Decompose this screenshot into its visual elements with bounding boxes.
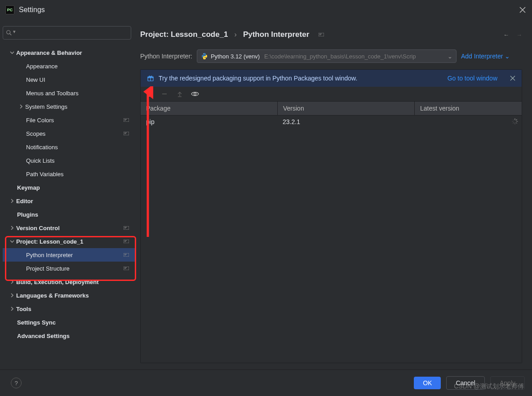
scope-marker-icon	[123, 226, 129, 230]
sidebar-item-label: Tools	[16, 306, 31, 312]
sidebar-item[interactable]: Settings Sync	[3, 316, 135, 329]
svg-rect-18	[124, 267, 127, 268]
cancel-button[interactable]: Cancel	[446, 376, 485, 390]
sidebar-item[interactable]: Project Structure	[3, 262, 135, 275]
interpreter-label: Python Interpreter:	[140, 53, 192, 60]
upgrade-package-icon	[176, 90, 184, 98]
sidebar-item-label: Appearance & Behavior	[16, 49, 82, 56]
svg-rect-4	[124, 120, 126, 120]
sidebar-item-label: Project Structure	[26, 265, 70, 272]
sidebar-item-label: Project: Lesson_code_1	[16, 238, 84, 245]
sidebar-item[interactable]: File Colors	[3, 113, 135, 127]
banner-close-icon[interactable]	[510, 76, 515, 81]
scope-marker-icon	[123, 266, 129, 271]
sidebar-item[interactable]: Python Interpreter	[3, 248, 135, 262]
sidebar-item[interactable]: Project: Lesson_code_1	[3, 235, 135, 248]
table-row[interactable]: pip23.2.1	[141, 116, 522, 128]
svg-point-24	[205, 58, 205, 59]
sidebar-item-label: Quick Lists	[26, 157, 55, 164]
help-icon[interactable]: ?	[11, 378, 22, 388]
sidebar-item-label: Advanced Settings	[17, 333, 70, 339]
svg-rect-7	[124, 133, 126, 134]
sidebar-item-label: File Colors	[26, 117, 54, 124]
sidebar-item[interactable]: Plugins	[3, 208, 135, 221]
cell-version: 23.2.1	[277, 118, 414, 125]
chevron-down-icon: ⌄	[505, 53, 510, 60]
scope-marker-icon	[318, 32, 324, 37]
svg-rect-22	[319, 35, 321, 35]
sidebar-item-label: Settings Sync	[17, 319, 56, 326]
nav-back-icon[interactable]: ←	[503, 31, 509, 38]
package-table-body[interactable]: pip23.2.1	[141, 116, 522, 363]
sidebar-item-label: Plugins	[17, 211, 38, 218]
sidebar-item-label: Languages & Frameworks	[16, 292, 89, 299]
banner-link[interactable]: Go to tool window	[448, 75, 497, 82]
chevron-right-icon	[8, 280, 16, 284]
sidebar-item[interactable]: Path Variables	[3, 167, 135, 181]
svg-rect-21	[319, 34, 322, 34]
sidebar-item[interactable]: Advanced Settings	[3, 329, 135, 343]
sidebar-item[interactable]: Scopes	[3, 127, 135, 140]
sidebar-item[interactable]: Quick Lists	[3, 154, 135, 167]
svg-rect-20	[319, 33, 324, 36]
banner-text: Try the redesigned packaging support in …	[159, 75, 357, 82]
sidebar-item-label: Appearance	[26, 63, 58, 70]
gift-icon	[147, 75, 154, 82]
chevron-right-icon	[8, 307, 16, 311]
svg-rect-12	[124, 240, 127, 241]
svg-rect-5	[124, 132, 129, 135]
search-field[interactable]	[17, 29, 128, 37]
sidebar-item[interactable]: Editor	[3, 194, 135, 208]
svg-rect-9	[124, 227, 127, 227]
svg-rect-6	[124, 133, 127, 133]
sidebar-item-label: Notifications	[26, 144, 58, 151]
search-icon	[6, 30, 12, 36]
interpreter-select[interactable]: Python 3.12 (venv) E:\code\learning_pyth…	[197, 49, 457, 63]
ok-button[interactable]: OK	[414, 377, 441, 389]
breadcrumb-project: Project: Lesson_code_1	[140, 30, 228, 39]
package-toolbar	[141, 87, 522, 101]
settings-tree[interactable]: Appearance & BehaviorAppearanceNew UIMen…	[3, 44, 135, 369]
sidebar-item[interactable]: Notifications	[3, 140, 135, 154]
sidebar-item-label: Editor	[16, 198, 33, 205]
scope-marker-icon	[123, 239, 129, 244]
sidebar-item[interactable]: Menus and Toolbars	[3, 86, 135, 100]
sidebar-item[interactable]: Build, Execution, Deployment	[3, 275, 135, 289]
search-input[interactable]: ▾	[3, 26, 131, 40]
sidebar-item[interactable]: System Settings	[3, 100, 135, 113]
add-interpreter-link[interactable]: Add Interpreter ⌄	[461, 53, 510, 60]
th-package[interactable]: Package	[141, 102, 278, 115]
svg-point-23	[203, 53, 204, 54]
svg-rect-2	[124, 118, 129, 122]
sidebar-item[interactable]: New UI	[3, 73, 135, 86]
svg-rect-17	[124, 267, 129, 270]
breadcrumb-page: Python Interpreter	[243, 30, 309, 39]
scope-marker-icon	[123, 131, 129, 136]
sidebar-item-label: Path Variables	[26, 171, 64, 178]
sidebar-item[interactable]: Tools	[3, 302, 135, 316]
show-early-releases-icon[interactable]	[191, 90, 199, 98]
sidebar-item[interactable]: Keymap	[3, 181, 135, 194]
svg-rect-15	[124, 254, 127, 254]
th-latest[interactable]: Latest version	[415, 102, 522, 115]
filter-caret-icon: ▾	[13, 29, 16, 35]
scope-marker-icon	[123, 118, 129, 122]
th-version[interactable]: Version	[278, 102, 415, 115]
interpreter-name: Python 3.12 (venv)	[211, 53, 260, 60]
settings-sidebar: ▾ Appearance & BehaviorAppearanceNew UIM…	[3, 20, 135, 369]
svg-line-33	[516, 122, 517, 123]
breadcrumb: Project: Lesson_code_1 › Python Interpre…	[140, 28, 522, 41]
svg-rect-13	[124, 241, 126, 242]
apply-button: Apply	[490, 376, 525, 390]
sidebar-item-label: Version Control	[16, 225, 60, 231]
package-table-header: Package Version Latest version	[141, 101, 522, 116]
close-icon[interactable]	[519, 6, 527, 14]
chevron-down-icon: ⌄	[448, 53, 452, 60]
sidebar-item[interactable]: Appearance & Behavior	[3, 46, 135, 59]
add-package-icon[interactable]	[145, 90, 153, 98]
chevron-right-icon	[8, 199, 16, 203]
sidebar-item[interactable]: Version Control	[3, 221, 135, 235]
sidebar-item[interactable]: Languages & Frameworks	[3, 289, 135, 302]
sidebar-item[interactable]: Appearance	[3, 59, 135, 73]
svg-rect-3	[124, 119, 127, 120]
